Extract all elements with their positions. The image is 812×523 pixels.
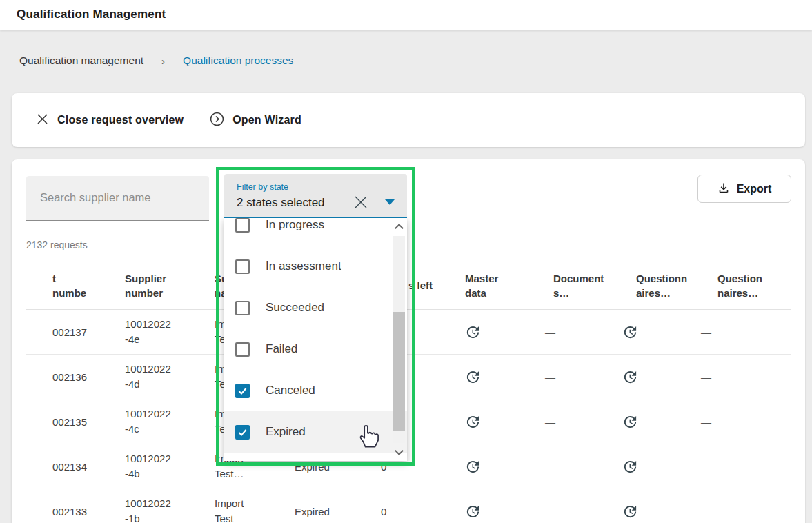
pending-clock-icon bbox=[622, 369, 695, 385]
cell-request-number: 002134 bbox=[26, 444, 124, 489]
breadcrumb-parent[interactable]: Qualification management bbox=[19, 55, 143, 67]
empty-value-dash: — bbox=[545, 461, 555, 473]
cell-days-left: 0 bbox=[378, 489, 459, 523]
checkbox-icon[interactable] bbox=[235, 425, 250, 440]
close-icon bbox=[36, 112, 49, 128]
pending-clock-icon bbox=[465, 504, 538, 520]
export-button[interactable]: Export bbox=[697, 175, 791, 203]
empty-value-dash: — bbox=[545, 326, 555, 338]
col-header-questionnaires-1: Questionnaires… bbox=[617, 262, 695, 310]
breadcrumb: Qualification management › Qualification… bbox=[19, 55, 293, 67]
cell-supplier-number: 10012022-4b bbox=[124, 444, 209, 489]
state-filter-option[interactable]: In assessment bbox=[224, 246, 407, 287]
cell-questionnaires-1 bbox=[617, 489, 695, 523]
empty-value-dash: — bbox=[545, 416, 555, 428]
cell-questionnaires-1 bbox=[617, 355, 695, 399]
cell-supplier-number: 10012022-4e bbox=[124, 310, 209, 355]
requests-card: Search supplier name Export 2132 request… bbox=[12, 159, 805, 523]
cell-request-number: 002133 bbox=[26, 489, 124, 523]
open-wizard-button[interactable]: Open Wizard bbox=[210, 112, 301, 129]
table-row[interactable]: 00213610012022-4dImportTest…Expired0—— bbox=[26, 355, 791, 399]
checkbox-icon[interactable] bbox=[235, 218, 250, 233]
open-wizard-label: Open Wizard bbox=[232, 114, 301, 126]
col-header-questionnaires-2: Questionnaires… bbox=[695, 262, 791, 310]
checkbox-icon[interactable] bbox=[235, 259, 250, 274]
cell-master-data bbox=[459, 355, 538, 399]
close-request-overview-label: Close request overview bbox=[57, 114, 184, 126]
pending-clock-icon bbox=[622, 504, 695, 520]
filter-value: 2 states selected bbox=[237, 196, 325, 210]
search-placeholder: Search supplier name bbox=[40, 191, 151, 204]
empty-value-dash: — bbox=[545, 371, 555, 383]
table-body: 00213710012022-4eImportTest…Expired0——00… bbox=[26, 310, 791, 523]
empty-value-dash: — bbox=[701, 371, 711, 383]
filter-by-state-select[interactable]: Filter by state 2 states selected bbox=[224, 174, 407, 218]
state-filter-option[interactable]: In progress bbox=[224, 218, 407, 246]
wizard-circle-arrow-icon bbox=[210, 112, 224, 129]
cell-master-data bbox=[459, 399, 538, 444]
cell-questionnaires-1 bbox=[617, 310, 695, 355]
cell-supplier-number: 10012022-4c bbox=[124, 399, 209, 444]
cell-supplier-name: ImportTest bbox=[209, 489, 293, 523]
dropdown-scrollbar bbox=[393, 221, 405, 458]
empty-value-dash: — bbox=[701, 416, 711, 428]
empty-value-dash: — bbox=[701, 506, 711, 517]
empty-value-dash: — bbox=[701, 326, 711, 338]
table-row[interactable]: 00213310012022-1bImportTestExpired0—— bbox=[26, 489, 791, 523]
cell-questionnaires-1 bbox=[617, 444, 695, 489]
request-actions-card: Close request overview Open Wizard bbox=[12, 93, 805, 147]
cell-request-number: 002137 bbox=[26, 310, 124, 355]
table-row[interactable]: 00213410012022-4bImportTest…Expired0—— bbox=[26, 444, 791, 489]
cell-supplier-number: 10012022-1b bbox=[124, 489, 209, 523]
cell-documents: — bbox=[538, 399, 617, 444]
state-option-list: In progressIn assessmentSucceededFailedC… bbox=[224, 218, 407, 453]
state-filter-option[interactable]: Failed bbox=[224, 328, 407, 370]
cell-documents: — bbox=[538, 310, 617, 355]
cell-questionnaires-2: — bbox=[695, 310, 791, 355]
download-icon bbox=[717, 181, 730, 197]
pending-clock-icon bbox=[622, 324, 695, 340]
col-header-supplier-number: Suppliernumber bbox=[124, 262, 209, 310]
col-header-documents: Documents… bbox=[538, 262, 617, 310]
scroll-down-icon[interactable] bbox=[395, 446, 404, 455]
filter-clear-icon[interactable] bbox=[353, 194, 369, 210]
close-request-overview-button[interactable]: Close request overview bbox=[36, 112, 184, 128]
state-filter-option[interactable]: Succeeded bbox=[224, 287, 407, 328]
state-option-label: Failed bbox=[266, 342, 297, 356]
breadcrumb-separator-icon: › bbox=[161, 55, 165, 67]
col-header-master-data: Masterdata bbox=[459, 262, 538, 310]
state-option-label: Succeeded bbox=[266, 301, 324, 315]
state-option-label: In progress bbox=[266, 218, 324, 232]
table-header-row: tnumbe Suppliernumber Suna s left Master… bbox=[26, 262, 791, 310]
checkbox-icon[interactable] bbox=[235, 342, 250, 357]
cell-supplier-number: 10012022-4d bbox=[124, 355, 209, 399]
cell-state: Expired bbox=[293, 489, 378, 523]
app-header: Qualification Management bbox=[0, 0, 812, 30]
cell-questionnaires-2: — bbox=[695, 444, 791, 489]
pending-clock-icon bbox=[465, 459, 538, 475]
checkbox-icon[interactable] bbox=[235, 384, 250, 398]
table-row[interactable]: 00213510012022-4cImportTest…Expired0—— bbox=[26, 399, 791, 444]
col-header-request-number: tnumbe bbox=[26, 262, 124, 310]
cell-questionnaires-1 bbox=[617, 399, 695, 444]
cell-questionnaires-2: — bbox=[695, 489, 791, 523]
state-filter-option[interactable]: Expired bbox=[224, 411, 407, 453]
cell-questionnaires-2: — bbox=[695, 355, 791, 399]
scrollbar-thumb[interactable] bbox=[393, 312, 405, 431]
cell-documents: — bbox=[538, 489, 617, 523]
filter-dropdown-caret-icon[interactable] bbox=[385, 199, 395, 205]
export-label: Export bbox=[737, 183, 772, 195]
empty-value-dash: — bbox=[701, 461, 711, 473]
cell-request-number: 002136 bbox=[26, 355, 124, 399]
requests-table: tnumbe Suppliernumber Suna s left Master… bbox=[26, 261, 791, 523]
state-filter-option[interactable]: Canceled bbox=[224, 370, 407, 411]
pending-clock-icon bbox=[465, 414, 538, 430]
scroll-up-icon[interactable] bbox=[395, 224, 404, 233]
cell-request-number: 002135 bbox=[26, 399, 124, 444]
table-row[interactable]: 00213710012022-4eImportTest…Expired0—— bbox=[26, 310, 791, 355]
cell-documents: — bbox=[538, 355, 617, 399]
breadcrumb-current[interactable]: Qualification processes bbox=[183, 55, 293, 67]
checkbox-icon[interactable] bbox=[235, 301, 250, 315]
page-title: Qualification Management bbox=[17, 8, 166, 21]
search-input[interactable]: Search supplier name bbox=[26, 176, 209, 221]
